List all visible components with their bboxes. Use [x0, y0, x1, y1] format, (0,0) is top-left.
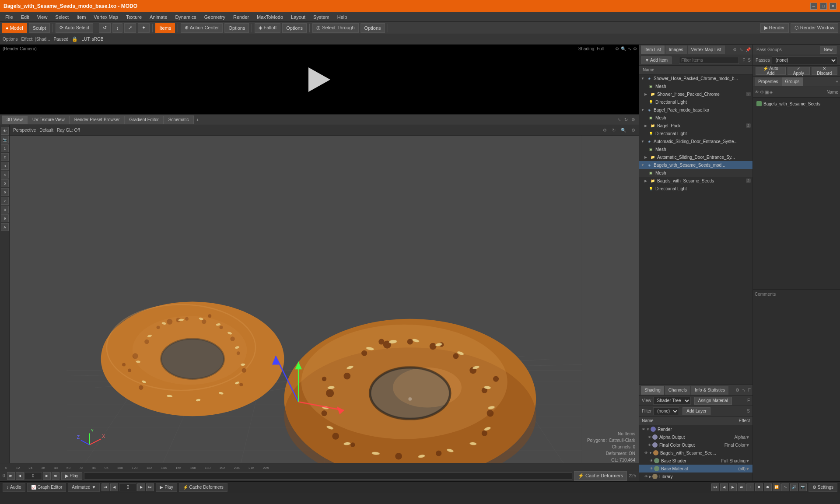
shader-item-bagels-group[interactable]: 👁 ▼ Bagels_with_Sesame_See...	[639, 449, 752, 457]
maximize-button[interactable]: □	[820, 3, 827, 10]
transform-btn4[interactable]: ✦	[138, 23, 150, 33]
preview-icon4[interactable]: ⚙	[633, 46, 637, 51]
select-through-btn[interactable]: ◎ Select Through	[312, 23, 358, 33]
item-list-content[interactable]: ▼ ◈ Shower_Hose_Packed_Chrome_modo_b... …	[639, 74, 752, 385]
list-item[interactable]: ▣ Mesh	[639, 114, 752, 122]
menu-geometry[interactable]: Geometry	[201, 14, 229, 21]
falloff-btn[interactable]: ◈ Falloff	[255, 23, 280, 33]
auto-add-btn[interactable]: ⚡ Auto Add	[756, 67, 786, 75]
frame-input[interactable]	[24, 472, 42, 480]
model-btn[interactable]: ● Model	[2, 23, 27, 33]
menu-animate[interactable]: Animate	[146, 14, 171, 21]
settings-btn[interactable]: ⚙ Settings	[808, 483, 837, 492]
options2-btn[interactable]: Options	[282, 23, 307, 33]
tool-3[interactable]: 3	[1, 162, 9, 170]
tab-info-stats[interactable]: Info & Statistics	[691, 386, 728, 395]
expand-icon[interactable]: ▶	[644, 92, 650, 96]
tab-3d-view[interactable]: 3D View	[2, 116, 28, 124]
tab-properties[interactable]: Properties	[755, 77, 782, 86]
expand-icon[interactable]: ▼	[641, 108, 646, 112]
eye-icon[interactable]: 👁	[650, 459, 653, 463]
list-item[interactable]: ▼ ◈ Shower_Hose_Packed_Chrome_modo_b...	[639, 74, 752, 82]
menu-render[interactable]: Render	[230, 14, 252, 21]
play-btn[interactable]: ▶ Play	[61, 472, 82, 480]
pass-groups-new-btn[interactable]: New	[820, 46, 836, 54]
shading-f-btn[interactable]: F	[747, 398, 750, 403]
cache-deformers-footer-btn[interactable]: ⚡ Cache Deformers	[179, 483, 228, 492]
list-item[interactable]: ▣ Mesh	[639, 145, 752, 153]
group-tree-item[interactable]: Bagels_with_Sesame_Seeds	[755, 99, 838, 108]
transform-btn3[interactable]: ⤢	[124, 23, 136, 33]
graph-editor-btn[interactable]: 📈 Graph Editor	[27, 483, 66, 492]
filter-select[interactable]: (none)	[653, 407, 679, 415]
tool-9[interactable]: 9	[1, 214, 9, 222]
effect-chevron[interactable]: ▼	[746, 443, 750, 448]
vp-icon1[interactable]: ⚙	[603, 128, 607, 133]
collapse-icon[interactable]: ▼	[649, 451, 652, 455]
timeline-scrubber[interactable]	[84, 472, 572, 480]
list-item[interactable]: ▣ Mesh	[639, 82, 752, 90]
tool-4[interactable]: 4	[1, 171, 9, 178]
tab-images[interactable]: Images	[665, 46, 687, 54]
tab-gradient[interactable]: Gradient Editor	[125, 116, 164, 124]
tab-uv-texture[interactable]: UV Texture View	[28, 116, 70, 124]
3d-viewport[interactable]: Perspective Default Ray GL: Off ⚙ ↻ 🔍 ⚙	[10, 125, 639, 463]
footer-step-fwd-btn[interactable]: ▶	[137, 483, 145, 491]
filter-items-input[interactable]	[679, 57, 739, 64]
item-list-pin-icon[interactable]: 📌	[746, 47, 751, 52]
footer-icon11[interactable]: 📷	[799, 483, 807, 491]
viewport-sync-icon[interactable]: ↻	[623, 117, 630, 122]
step-back-btn[interactable]: ◀	[16, 472, 24, 480]
options1-btn[interactable]: Options	[224, 23, 249, 33]
eye-icon[interactable]: 👁	[650, 467, 653, 471]
footer-icon9[interactable]: ⤡	[781, 483, 789, 491]
list-item[interactable]: ▶ 📁 Shower_Hose_Packed_Chrome 2	[639, 90, 752, 98]
viewport-expand-icon[interactable]: ⤡	[616, 117, 623, 122]
tab-shading[interactable]: Shading	[641, 386, 664, 395]
list-item[interactable]: ▶ 📁 Automatic_Sliding_Door_Entrance_Sy..…	[639, 153, 752, 161]
vp-icon4[interactable]: ⚙	[631, 128, 635, 133]
shader-item-alpha[interactable]: 👁 Alpha Output Alpha ▼	[639, 433, 752, 441]
shading-f-icon[interactable]: F	[748, 388, 751, 392]
eye-icon[interactable]: 👁	[648, 443, 651, 447]
list-item[interactable]: ▼ ◈ Bagel_Pack_modo_base.lxo	[639, 106, 752, 114]
eye-icon[interactable]: 👁	[642, 427, 645, 431]
groups-icon2[interactable]: ⚙	[760, 90, 764, 94]
audio-btn[interactable]: ♪ Audio	[3, 483, 25, 492]
tool-camera[interactable]: 📷	[1, 136, 9, 144]
groups-tree-content[interactable]: Bagels_with_Sesame_Seeds	[753, 98, 840, 289]
minimize-button[interactable]: ─	[810, 3, 817, 10]
preview-icon1[interactable]: ⚙	[615, 46, 619, 51]
menu-view[interactable]: View	[34, 14, 51, 21]
eye-icon[interactable]: 👁	[644, 451, 648, 455]
list-item[interactable]: ▶ 📁 Bagel_Pack 2	[639, 122, 752, 130]
animated-btn[interactable]: Animated ▼	[68, 483, 100, 492]
footer-icon4[interactable]: ⏭	[738, 483, 746, 491]
items-btn[interactable]: Items	[155, 23, 175, 33]
discard-btn[interactable]: ✕ Discard	[812, 67, 837, 75]
add-view-tab[interactable]: +	[194, 116, 202, 123]
apply-btn[interactable]: ✓ Apply	[788, 67, 810, 75]
auto-select-btn[interactable]: ⟳ Auto Select	[56, 23, 93, 33]
footer-prev-btn[interactable]: ⏮	[102, 483, 109, 491]
tool-7[interactable]: 7	[1, 197, 9, 205]
item-list-expand-icon[interactable]: ⤡	[739, 47, 743, 52]
list-item[interactable]: ▼ ◈ Bagels_with_Sesame_Seeds_mod...	[639, 161, 752, 169]
groups-icon3[interactable]: ▣	[765, 90, 769, 94]
list-item[interactable]: ▼ ◈ Automatic_Sliding_Door_Entrance_Syst…	[639, 137, 752, 145]
footer-icon8[interactable]: 🔁	[773, 483, 780, 491]
render-btn[interactable]: ▶ Render	[760, 23, 789, 33]
footer-icon3[interactable]: ▶	[729, 483, 737, 491]
next-frame-btn[interactable]: ⏭	[52, 472, 60, 480]
shader-item-library[interactable]: 👁 ▶ Library	[639, 472, 752, 480]
tool-8[interactable]: 8	[1, 206, 9, 214]
expand-icon[interactable]: ▼	[641, 77, 646, 80]
shader-item-final-color[interactable]: 👁 Final Color Output Final Color ▼	[639, 441, 752, 449]
play-button[interactable]	[308, 67, 330, 92]
menu-layout[interactable]: Layout	[287, 14, 309, 21]
close-button[interactable]: ✕	[830, 3, 836, 10]
shading-expand-icon[interactable]: ⤡	[742, 388, 746, 392]
groups-icon4[interactable]: ◈	[770, 90, 773, 94]
footer-next-btn[interactable]: ⏭	[146, 483, 154, 491]
expand-icon[interactable]: ▶	[644, 155, 650, 159]
